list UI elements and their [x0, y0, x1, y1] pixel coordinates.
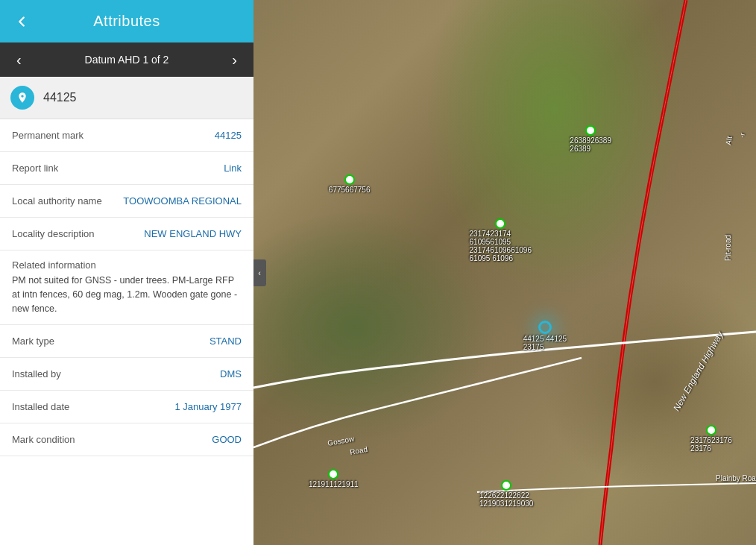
attributes-panel: Attributes ‹ Datum AHD 1 of 2 › 44125 Pe… [0, 0, 253, 545]
datum-next-button[interactable]: › [226, 48, 243, 72]
marker-label: 44125 4412523175 [523, 335, 567, 351]
attr-mark-condition-value: GOOD [212, 434, 242, 445]
mark-id-row: 44125 [0, 77, 253, 119]
map-marker-44125-selected[interactable]: 44125 4412523175 [523, 321, 567, 351]
attr-related-information-label: Related information [12, 259, 242, 271]
attr-locality-description-label: Locality description [12, 228, 95, 239]
datum-nav: ‹ Datum AHD 1 of 2 › [0, 42, 253, 77]
map-marker-2638926389[interactable]: 263892638926389 [570, 125, 611, 153]
attr-installed-date: Installed date 1 January 1977 [0, 391, 253, 423]
back-button[interactable] [10, 10, 33, 33]
datum-prev-button[interactable]: ‹ [10, 48, 28, 72]
attr-installed-by-value: DMS [220, 368, 242, 379]
attr-mark-type: Mark type STAND [0, 325, 253, 358]
marker-label: 6775667756 [329, 186, 371, 194]
attr-related-information: Related information PM not suited for GN… [0, 251, 253, 325]
panel-header: Attributes [0, 0, 253, 42]
marker-label: 231762317623176 [690, 436, 732, 453]
mark-id-icon [10, 86, 34, 110]
marker-label: 1226221226221219031219030 [479, 491, 533, 508]
datum-nav-label: Datum AHD 1 of 2 [28, 54, 227, 66]
map-area[interactable]: New England Highway Gossow Road Plainby … [253, 0, 756, 545]
marker-dot [706, 425, 716, 435]
attr-local-authority-value: TOOWOOMBA REGIONAL [123, 195, 242, 207]
attr-report-link-label: Report link [12, 163, 58, 174]
map-marker-2317423174[interactable]: 2317423174610956109523174610966109661095… [470, 218, 532, 262]
attributes-list: Permanent mark 44125 Report link Link Lo… [0, 119, 253, 545]
collapse-panel-button[interactable]: ‹ [253, 259, 266, 286]
attr-mark-condition-label: Mark condition [12, 434, 75, 445]
attr-permanent-mark-label: Permanent mark [12, 130, 84, 141]
attr-mark-type-label: Mark type [12, 335, 54, 347]
map-marker-2317623176[interactable]: 231762317623176 [690, 425, 732, 453]
map-marker-122622122622[interactable]: 1226221226221219031219030 [479, 480, 533, 508]
marker-label: 263892638926389 [570, 136, 611, 153]
marker-dot [495, 218, 505, 229]
marker-dot [585, 125, 596, 136]
attr-permanent-mark: Permanent mark 44125 [0, 119, 253, 152]
marker-dot [501, 480, 511, 491]
mark-id-text: 44125 [43, 91, 77, 104]
map-background [253, 0, 756, 545]
attr-locality-description: Locality description NEW ENGLAND HWY [0, 218, 253, 251]
attr-local-authority-label: Local authority name [12, 195, 102, 207]
marker-dot [328, 469, 338, 479]
attr-permanent-mark-value: 44125 [215, 130, 242, 141]
attr-installed-by: Installed by DMS [0, 358, 253, 391]
marker-label: 121911121911 [309, 480, 359, 488]
attr-mark-type-value: STAND [210, 335, 242, 347]
attr-local-authority: Local authority name TOOWOOMBA REGIONAL [0, 185, 253, 218]
attr-mark-condition: Mark condition GOOD [0, 423, 253, 456]
attr-report-link-value[interactable]: Link [224, 163, 242, 174]
attr-locality-description-value: NEW ENGLAND HWY [144, 228, 242, 239]
attr-report-link: Report link Link [0, 152, 253, 185]
marker-label: 2317423174610956109523174610966109661095… [470, 230, 532, 262]
map-marker-6775667756[interactable]: 6775667756 [329, 174, 371, 194]
panel-title: Attributes [93, 13, 160, 30]
marker-dot-selected [538, 321, 552, 334]
attr-installed-date-label: Installed date [12, 401, 69, 412]
marker-dot [344, 174, 355, 185]
attr-installed-by-label: Installed by [12, 368, 61, 379]
attr-installed-date-value: 1 January 1977 [174, 401, 242, 412]
attr-related-information-value: PM not suited for GNSS - under trees. PM… [12, 274, 242, 315]
map-marker-121911121911[interactable]: 121911121911 [309, 469, 359, 488]
